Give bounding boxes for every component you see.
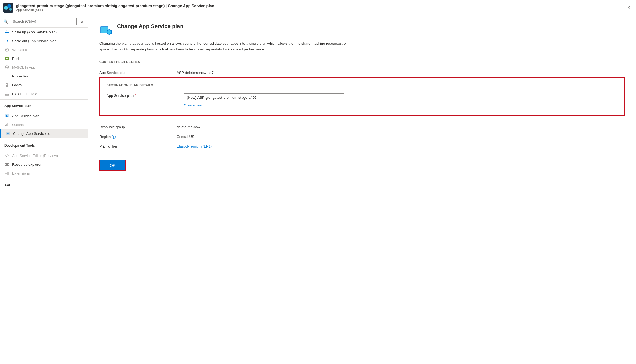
sidebar-item-scale-up[interactable]: Scale up (App Service plan) xyxy=(0,28,88,36)
sidebar-item-resource-explorer[interactable]: Resource explorer xyxy=(0,160,88,169)
export-icon xyxy=(4,91,9,96)
info-section: Resource group delete-me-now Region i Ce… xyxy=(99,122,625,151)
destination-asp-control: (New) ASP-glengatest-premium-stage-a402 … xyxy=(184,93,618,107)
sidebar-label-scale-out: Scale out (App Service plan) xyxy=(12,39,58,43)
asp-select-wrapper: (New) ASP-glengatest-premium-stage-a402 … xyxy=(184,93,344,101)
divider-1 xyxy=(0,99,88,100)
scale-out-icon xyxy=(4,38,9,43)
destination-asp-label: App Service plan * xyxy=(107,93,184,98)
title-bar-text: glengatest-premium-stage (glengatest-pre… xyxy=(16,4,625,12)
resource-group-row: Resource group delete-me-now xyxy=(99,122,625,132)
current-plan-section-label: CURRENT PLAN DETAILS xyxy=(99,60,625,63)
sidebar-item-asp[interactable]: App Service plan xyxy=(0,111,88,120)
pricing-tier-label: Pricing Tier xyxy=(99,144,177,148)
sidebar-item-change-asp[interactable]: Change App Service plan xyxy=(0,129,88,138)
sidebar-label-quotas: Quotas xyxy=(12,123,24,127)
page-header-text: Change App Service plan xyxy=(117,23,183,31)
svg-point-3 xyxy=(9,8,12,11)
sidebar: 🔍 « Scale up (App Service plan) Scale ou… xyxy=(0,15,88,364)
scale-up-icon xyxy=(4,30,9,34)
divider-4 xyxy=(0,150,88,150)
title-bar: glengatest-premium-stage (glengatest-pre… xyxy=(0,0,636,15)
svg-marker-9 xyxy=(6,40,6,42)
svg-rect-20 xyxy=(6,85,8,87)
divider-5 xyxy=(0,179,88,179)
svg-rect-28 xyxy=(6,124,7,126)
sidebar-item-export[interactable]: Export template xyxy=(0,89,88,98)
resource-group-label: Resource group xyxy=(99,125,177,129)
sidebar-label-locks: Locks xyxy=(12,83,22,87)
sidebar-item-scale-out[interactable]: Scale out (App Service plan) xyxy=(0,36,88,45)
sidebar-item-extensions: Extensions xyxy=(0,169,88,178)
properties-icon xyxy=(4,74,9,79)
pricing-tier-value[interactable]: ElasticPremium (EP1) xyxy=(177,144,212,148)
sidebar-label-extensions: Extensions xyxy=(12,171,30,175)
current-plan-row: App Service plan ASP-deletemenow-ab7c xyxy=(99,68,625,77)
region-value: Central US xyxy=(177,135,194,139)
region-label-text: Region xyxy=(99,135,111,139)
svg-marker-10 xyxy=(7,40,8,42)
svg-rect-35 xyxy=(7,172,9,173)
svg-rect-19 xyxy=(5,77,9,77)
svg-rect-27 xyxy=(5,125,6,126)
ok-button[interactable]: OK xyxy=(99,160,126,171)
app-icon xyxy=(3,3,13,13)
sidebar-search-container: 🔍 « xyxy=(0,15,88,28)
asp-icon xyxy=(4,113,9,118)
sidebar-item-mysql: MySQL In App xyxy=(0,63,88,72)
svg-point-40 xyxy=(107,30,111,34)
push-icon xyxy=(4,56,9,61)
svg-rect-25 xyxy=(6,115,7,117)
extensions-icon xyxy=(4,171,9,176)
svg-rect-26 xyxy=(7,116,8,117)
svg-point-1 xyxy=(4,6,8,10)
sidebar-item-properties[interactable]: Properties xyxy=(0,72,88,81)
window-title: glengatest-premium-stage (glengatest-pre… xyxy=(16,4,625,8)
destination-asp-row: App Service plan * (New) ASP-glengatest-… xyxy=(107,91,618,109)
destination-asp-label-text: App Service plan xyxy=(107,93,134,98)
svg-line-31 xyxy=(6,154,7,157)
collapse-button[interactable]: « xyxy=(79,18,85,25)
sidebar-item-push[interactable]: Push xyxy=(0,54,88,63)
sidebar-scroll: Scale up (App Service plan) Scale out (A… xyxy=(0,28,88,364)
svg-rect-34 xyxy=(5,173,7,174)
sidebar-item-quotas: Quotas xyxy=(0,120,88,129)
pricing-tier-row: Pricing Tier ElasticPremium (EP1) xyxy=(99,141,625,151)
sidebar-label-mysql: MySQL In App xyxy=(12,65,35,69)
section-header-api: API xyxy=(0,180,88,188)
quotas-icon xyxy=(4,122,9,127)
main-content: Change App Service plan Changing the pla… xyxy=(88,15,636,364)
change-asp-icon xyxy=(5,131,10,136)
sidebar-label-scale-up: Scale up (App Service plan) xyxy=(12,30,57,34)
current-plan-value: ASP-deletemenow-ab7c xyxy=(177,71,215,75)
svg-point-2 xyxy=(7,4,11,8)
page-header: Change App Service plan xyxy=(99,23,625,36)
sidebar-item-locks[interactable]: Locks xyxy=(0,81,88,89)
close-button[interactable]: × xyxy=(625,4,633,12)
svg-rect-17 xyxy=(5,75,9,75)
sidebar-label-export: Export template xyxy=(12,92,37,96)
svg-rect-29 xyxy=(7,123,8,126)
window-subtitle: App Service (Slot) xyxy=(16,8,625,12)
svg-rect-8 xyxy=(7,40,7,42)
asp-select[interactable]: (New) ASP-glengatest-premium-stage-a402 xyxy=(184,93,344,101)
region-info-icon[interactable]: i xyxy=(112,135,116,139)
destination-plan-label: DESTINATION PLAN DETAILS xyxy=(107,84,618,87)
region-label: Region i xyxy=(99,135,177,139)
required-star: * xyxy=(135,93,136,98)
locks-icon xyxy=(4,82,9,87)
section-header-asp: App Service plan xyxy=(0,101,88,109)
svg-rect-36 xyxy=(7,173,9,175)
sidebar-label-webjobs: WebJobs xyxy=(12,48,27,52)
mysql-icon xyxy=(4,65,9,70)
sidebar-label-editor: App Service Editor (Preview) xyxy=(12,154,58,158)
webjobs-icon xyxy=(4,47,9,52)
search-input[interactable] xyxy=(10,18,77,25)
sidebar-label-change-asp: Change App Service plan xyxy=(13,132,54,136)
svg-point-12 xyxy=(6,49,7,50)
divider-3 xyxy=(0,139,88,139)
sidebar-item-webjobs: WebJobs xyxy=(0,45,88,54)
resource-explorer-icon xyxy=(4,162,9,167)
section-header-devtools: Development Tools xyxy=(0,140,88,149)
create-new-link[interactable]: Create new xyxy=(184,103,618,107)
